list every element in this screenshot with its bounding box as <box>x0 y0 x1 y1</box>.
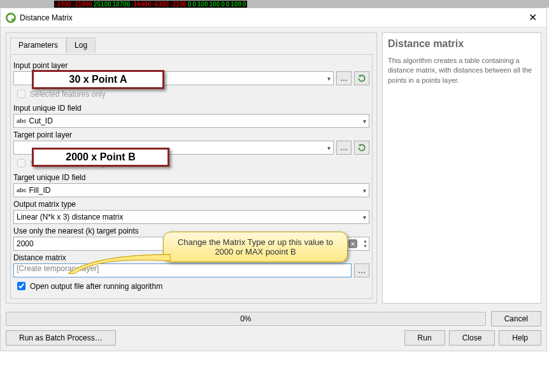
window-title: Distance Matrix <box>20 13 524 22</box>
distance-matrix-input[interactable]: [Create temporary layer] <box>13 263 352 277</box>
input-id-combo[interactable]: abcCut_ID <box>13 114 369 128</box>
cancel-button[interactable]: Cancel <box>491 311 541 326</box>
qgis-icon <box>6 13 16 23</box>
tab-parameters[interactable]: Parameters <box>10 38 66 53</box>
help-button[interactable]: Help <box>499 330 541 346</box>
close-icon[interactable]: ✕ <box>524 11 541 24</box>
target-id-combo[interactable]: abcFill_ID <box>13 183 369 197</box>
input-layer-iterate-button[interactable] <box>354 71 369 85</box>
bottom-bar: 0% Cancel Run as Batch Process… Run Clos… <box>1 309 546 351</box>
annotation-red-box-b: 2000 x Point B <box>32 148 169 167</box>
help-description: This algorithm creates a table containin… <box>388 56 536 85</box>
label-target-layer: Target point layer <box>13 130 369 139</box>
callout-tail-icon <box>68 251 170 277</box>
titlebar[interactable]: Distance Matrix ✕ <box>1 8 546 27</box>
annotation-red-box-a: 30 x Point A <box>32 70 164 89</box>
input-selected-only-check: Selected features only <box>15 88 369 100</box>
label-matrix-type: Output matrix type <box>13 200 369 209</box>
run-batch-button[interactable]: Run as Batch Process… <box>6 330 116 346</box>
matrix-type-combo[interactable]: Linear (N*k x 3) distance matrix <box>13 210 369 224</box>
tab-log[interactable]: Log <box>66 38 96 53</box>
open-output-label: Open output file after running algorithm <box>30 282 162 291</box>
help-panel: Distance matrix This algorithm creates a… <box>382 32 541 304</box>
target-layer-iterate-button[interactable] <box>354 141 369 155</box>
target-layer-browse-button[interactable]: … <box>336 141 352 155</box>
input-selected-only-checkbox <box>17 90 25 98</box>
label-input-layer: Input point layer <box>13 61 369 70</box>
open-output-checkbox[interactable] <box>17 282 25 290</box>
label-target-id: Target unique ID field <box>13 173 369 182</box>
svg-rect-1 <box>11 18 15 22</box>
tab-bar: Parameters Log <box>10 38 373 53</box>
nearest-k-clear-icon[interactable]: ✕ <box>348 239 357 248</box>
distance-matrix-browse-button[interactable]: … <box>354 263 369 277</box>
dialog-window: Distance Matrix ✕ Parameters Log Input p… <box>0 8 547 351</box>
progress-bar: 0% <box>6 312 486 326</box>
help-heading: Distance matrix <box>388 38 536 50</box>
run-button[interactable]: Run <box>404 330 445 346</box>
nearest-k-spin-icon[interactable]: ▲▼ <box>363 239 367 249</box>
left-panel: Parameters Log Input point layer … Selec… <box>6 32 377 304</box>
parameters-panel: Input point layer … Selected features on… <box>10 54 373 299</box>
input-layer-browse-button[interactable]: … <box>336 71 352 85</box>
target-selected-only-checkbox <box>17 159 25 167</box>
background-strip: -3300-318002510018700-16400-6300-3100001… <box>0 0 549 8</box>
annotation-callout: Change the Matrix Type or up this value … <box>163 232 348 262</box>
open-output-check: Open output file after running algorithm <box>15 280 369 292</box>
input-selected-only-label: Selected features only <box>30 90 106 99</box>
close-button[interactable]: Close <box>449 330 496 346</box>
label-input-id: Input unique ID field <box>13 104 369 113</box>
